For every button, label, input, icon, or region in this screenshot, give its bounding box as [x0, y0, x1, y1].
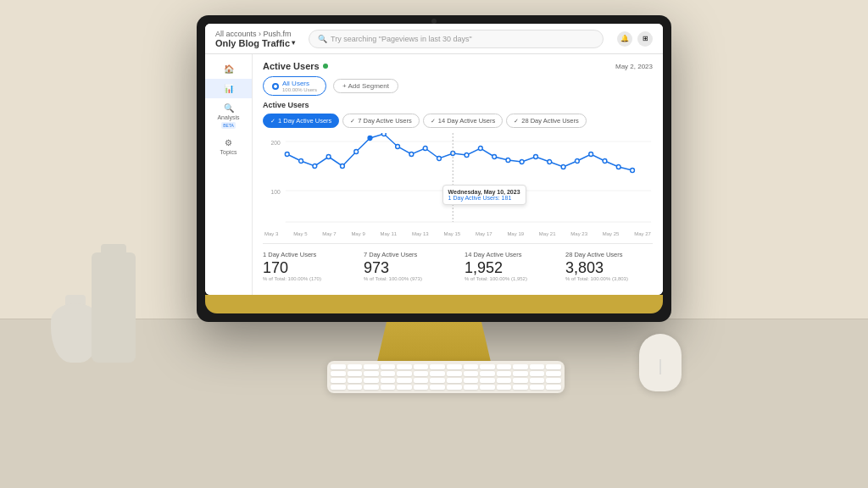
keyboard-key[interactable]: [546, 371, 561, 376]
keyboard-key[interactable]: [530, 378, 545, 383]
keyboard-key[interactable]: [447, 378, 462, 383]
notification-bell-icon[interactable]: 🔔: [617, 31, 632, 47]
chart-dot: [381, 133, 386, 136]
segment-dot-icon: [272, 83, 279, 90]
keyboard-key[interactable]: [397, 364, 412, 369]
keyboard-key[interactable]: [331, 371, 346, 376]
sidebar-item-configure[interactable]: ⚙ Topics: [205, 133, 252, 160]
keyboard-key[interactable]: [464, 378, 479, 383]
tooltip-value: 1 Day Active Users: 181: [448, 195, 520, 201]
chart-dot: [465, 153, 469, 158]
x-label-6: May 15: [443, 231, 460, 236]
tab-1day[interactable]: ✓ 1 Day Active Users: [263, 114, 339, 128]
keyboard-key[interactable]: [513, 371, 528, 376]
keyboard-key[interactable]: [480, 364, 495, 369]
add-segment-button[interactable]: + Add Segment: [333, 79, 398, 93]
checkmark-icon-14: ✓: [431, 118, 436, 125]
dropdown-arrow-icon[interactable]: ▾: [292, 39, 295, 47]
keyboard-key[interactable]: [381, 371, 396, 376]
tab-14day[interactable]: ✓ 14 Day Active Users: [423, 114, 504, 128]
chart-dot: [548, 160, 552, 164]
keyboard-key[interactable]: [364, 378, 379, 383]
keyboard-key[interactable]: [414, 378, 429, 383]
sidebar-item-analysis[interactable]: 🔍 Analysis BETA: [205, 98, 252, 133]
keyboard-key[interactable]: [430, 378, 445, 383]
keyboard-key[interactable]: [497, 385, 512, 390]
ga-title[interactable]: Only Blog Traffic ▾: [215, 38, 295, 48]
chart-dot: [492, 155, 497, 159]
x-label-4: May 11: [381, 231, 398, 236]
keyboard-key[interactable]: [364, 364, 379, 369]
metric-7day-sub: % of Total: 100.00% (973): [364, 276, 451, 281]
keyboard-key[interactable]: [513, 378, 528, 383]
keyboard-key[interactable]: [414, 385, 429, 390]
tab-7day[interactable]: ✓ 7 Day Active Users: [342, 114, 419, 128]
keyboard-key[interactable]: [397, 385, 412, 390]
sidebar-item-home[interactable]: 🏠: [205, 59, 252, 79]
tab-7day-label: 7 Day Active Users: [358, 117, 411, 125]
keyboard-key[interactable]: [364, 385, 379, 390]
keyboard-key[interactable]: [414, 371, 429, 376]
keyboard-key[interactable]: [447, 371, 462, 376]
chart-dot-active: [478, 147, 482, 151]
metric-14day: 14 Day Active Users 1,952 % of Total: 10…: [465, 251, 552, 281]
keyboard-key[interactable]: [513, 385, 528, 390]
grid-apps-icon[interactable]: ⊞: [637, 31, 653, 47]
x-label-3: May 9: [351, 231, 364, 236]
keyboard-key[interactable]: [447, 385, 462, 390]
home-icon: 🏠: [210, 64, 247, 75]
x-label-1: May 5: [293, 231, 307, 236]
keyboard-key[interactable]: [464, 364, 479, 369]
keyboard-key[interactable]: [381, 385, 396, 390]
keyboard-key[interactable]: [464, 385, 479, 390]
keyboard-key[interactable]: [530, 385, 545, 390]
keyboard-key[interactable]: [331, 378, 346, 383]
keyboard-key[interactable]: [447, 364, 462, 369]
keyboard-key[interactable]: [348, 371, 363, 376]
x-label-9: May 21: [539, 231, 556, 236]
keyboard-key[interactable]: [480, 371, 495, 376]
keyboard-key[interactable]: [530, 364, 545, 369]
keyboard-key[interactable]: [397, 371, 412, 376]
keyboard-key[interactable]: [497, 378, 512, 383]
all-users-segment[interactable]: All Users 100.00% Users: [263, 76, 326, 96]
keyboard-key[interactable]: [464, 371, 479, 376]
keyboard-key[interactable]: [348, 378, 363, 383]
keyboard-key[interactable]: [513, 364, 528, 369]
keyboard-key[interactable]: [364, 371, 379, 376]
tab-14day-label: 14 Day Active Users: [438, 117, 496, 125]
sidebar-item-reports[interactable]: 📊: [205, 79, 252, 98]
keyboard-key[interactable]: [331, 364, 346, 369]
metric-1day-value: 170: [263, 260, 350, 275]
keyboard-key[interactable]: [546, 385, 561, 390]
keyboard-key[interactable]: [430, 385, 445, 390]
ga-body: 🏠 📊 🔍 Analysis BETA ⚙ Topics: [205, 54, 663, 295]
keyboard-key[interactable]: [348, 385, 363, 390]
keyboard-key[interactable]: [497, 371, 512, 376]
metric-1day-sub: % of Total: 100.00% (170): [263, 276, 350, 281]
keyboard-key[interactable]: [480, 378, 495, 383]
ga-search-bar[interactable]: 🔍 Try searching "Pageviews in last 30 da…: [309, 30, 604, 48]
keyboard-key[interactable]: [530, 371, 545, 376]
metric-28day: 28 Day Active Users 3,803 % of Total: 10…: [565, 251, 653, 281]
metric-1day: 1 Day Active Users 170 % of Total: 100.0…: [263, 251, 350, 281]
keyboard-key[interactable]: [381, 378, 396, 383]
chart-dot: [520, 160, 524, 164]
tab-28day[interactable]: ✓ 28 Day Active Users: [506, 114, 587, 128]
keyboard-key[interactable]: [546, 364, 561, 369]
monitor-screen: All accounts › Push.fm Only Blog Traffic…: [205, 24, 663, 295]
keyboard-key[interactable]: [414, 364, 429, 369]
keyboard-key[interactable]: [348, 364, 363, 369]
keyboard-key[interactable]: [480, 385, 495, 390]
keyboard-key[interactable]: [430, 364, 445, 369]
keyboard-key[interactable]: [331, 385, 346, 390]
keyboard-key[interactable]: [430, 371, 445, 376]
keyboard-key[interactable]: [546, 378, 561, 383]
chart-dot: [423, 147, 427, 151]
monitor-chin: [205, 295, 663, 313]
metric-7day: 7 Day Active Users 973 % of Total: 100.0…: [364, 251, 451, 281]
mouse[interactable]: [639, 334, 682, 391]
keyboard-key[interactable]: [497, 364, 512, 369]
keyboard-key[interactable]: [397, 378, 412, 383]
keyboard-key[interactable]: [381, 364, 396, 369]
